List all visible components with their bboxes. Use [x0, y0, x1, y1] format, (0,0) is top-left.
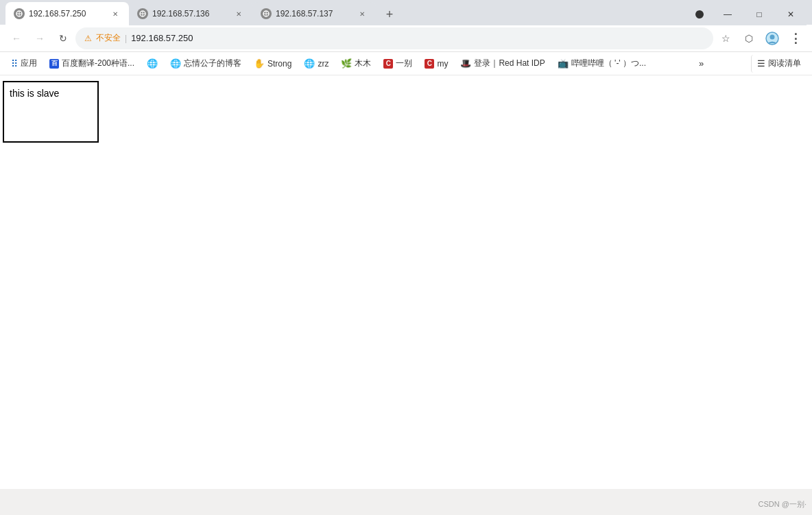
bookmark-redhat[interactable]: 🎩 登录｜Red Hat IDP — [455, 55, 550, 73]
profile-button[interactable] — [761, 27, 783, 49]
tab-1[interactable]: 192.168.57.250 ✕ — [5, 2, 129, 25]
bookmark-yibie-label: 一别 — [396, 58, 412, 69]
profile-icon — [765, 32, 779, 45]
bookmark-zrz-label: zrz — [318, 59, 329, 69]
redhat-icon: 🎩 — [460, 58, 471, 69]
page-content: this is slave — [0, 75, 812, 489]
reading-list-label: 阅读清单 — [768, 58, 801, 69]
lock-icon: ⚠ — [84, 34, 92, 43]
bookmark-mumu[interactable]: 🌿 木木 — [335, 55, 377, 73]
reading-list-icon: ☰ — [757, 58, 765, 69]
bookmark-star-button[interactable]: ☆ — [715, 27, 737, 49]
extensions-button[interactable]: ⬡ — [738, 27, 760, 49]
bookmark-my-label: my — [437, 59, 448, 69]
maximize-button[interactable]: □ — [743, 3, 775, 25]
tab-2-label: 192.168.57.136 — [152, 9, 229, 19]
bookmark-baidu[interactable]: 百 百度翻译-200种语... — [44, 55, 140, 73]
bookmarks-bar: ⠿ 应用 百 百度翻译-200种语... 🌐 🌐 忘情公子的博客 ✋ Stron… — [0, 52, 812, 75]
bookmark-strong[interactable]: ✋ Strong — [248, 55, 297, 73]
bookmark-bilibili[interactable]: 📺 哔哩哔哩（ '-' ）つ... — [552, 55, 652, 73]
bookmark-wangqing[interactable]: 🌐 忘情公子的博客 — [165, 55, 247, 73]
reading-list-button[interactable]: ☰ 阅读清单 — [751, 55, 807, 73]
baidu-icon: 百 — [49, 59, 59, 69]
minimize-button[interactable]: — — [712, 3, 743, 25]
title-bar: 192.168.57.250 ✕ 192.168.57.136 ✕ 192.16… — [0, 0, 812, 25]
address-separator: | — [125, 34, 127, 43]
watermark: CSDN @一别· — [759, 499, 807, 510]
more-options-button[interactable]: ⋮ — [785, 27, 807, 49]
bookmark-globe1[interactable]: 🌐 — [141, 55, 163, 73]
tab-bar: 192.168.57.250 ✕ 192.168.57.136 ✕ 192.16… — [5, 0, 807, 25]
nav-actions: ☆ ⬡ ⋮ — [715, 27, 807, 49]
tab-3[interactable]: 192.168.57.137 ✕ — [252, 2, 376, 25]
close-button[interactable]: ✕ — [775, 3, 807, 25]
address-bar[interactable]: ⚠ 不安全 | 192.168.57.250 — [75, 27, 713, 49]
tab-3-label: 192.168.57.137 — [276, 9, 353, 19]
tab-3-favicon — [261, 8, 272, 19]
bookmark-apps-label: 应用 — [21, 58, 37, 69]
bookmark-strong-label: Strong — [267, 59, 291, 69]
svg-point-10 — [770, 34, 775, 39]
bookmark-zrz[interactable]: 🌐 zrz — [298, 55, 334, 73]
reload-button[interactable]: ↻ — [52, 27, 74, 49]
back-button[interactable]: ← — [5, 27, 27, 49]
nav-bar: ← → ↻ ⚠ 不安全 | 192.168.57.250 ☆ ⬡ ⋮ — [0, 25, 812, 52]
tab-2-favicon — [137, 8, 148, 19]
apps-icon: ⠿ — [11, 58, 18, 69]
bookmark-baidu-label: 百度翻译-200种语... — [62, 58, 134, 69]
browser-frame: 192.168.57.250 ✕ 192.168.57.136 ✕ 192.16… — [0, 0, 812, 75]
bookmark-redhat-label: 登录｜Red Hat IDP — [474, 58, 545, 69]
tab-1-close[interactable]: ✕ — [110, 8, 121, 19]
tab-2-close[interactable]: ✕ — [233, 8, 244, 19]
mumu-icon: 🌿 — [341, 58, 352, 69]
content-text: this is slave — [10, 88, 59, 99]
bookmark-my[interactable]: C my — [419, 55, 453, 73]
tab-3-close[interactable]: ✕ — [357, 8, 368, 19]
yibie-icon: C — [383, 59, 393, 69]
wangqing-icon: 🌐 — [170, 58, 181, 69]
address-text[interactable]: 192.168.57.250 — [131, 33, 704, 43]
record-dot-icon — [695, 10, 704, 19]
bookmark-wangqing-label: 忘情公子的博客 — [184, 58, 241, 69]
content-box: this is slave — [3, 81, 99, 143]
tab-2[interactable]: 192.168.57.136 ✕ — [129, 2, 252, 25]
watermark-text: CSDN @一别· — [759, 500, 807, 508]
bookmark-bilibili-label: 哔哩哔哩（ '-' ）つ... — [571, 58, 646, 69]
my-icon: C — [425, 59, 434, 69]
bilibili-icon: 📺 — [558, 58, 569, 69]
record-button[interactable] — [687, 3, 712, 25]
strong-icon: ✋ — [254, 58, 265, 69]
insecure-label: 不安全 — [96, 32, 121, 44]
new-tab-button[interactable]: + — [379, 3, 401, 25]
bookmarks-more-button[interactable]: » — [695, 55, 708, 73]
bookmark-apps[interactable]: ⠿ 应用 — [5, 55, 43, 73]
tab-1-favicon — [14, 8, 25, 19]
more-icon: » — [699, 58, 704, 69]
zrz-icon: 🌐 — [304, 58, 315, 69]
tab-1-label: 192.168.57.250 — [29, 9, 106, 19]
bookmark-mumu-label: 木木 — [355, 58, 371, 69]
forward-button[interactable]: → — [29, 27, 51, 49]
bookmark-yibie[interactable]: C 一别 — [378, 55, 418, 73]
globe1-icon: 🌐 — [147, 58, 158, 69]
